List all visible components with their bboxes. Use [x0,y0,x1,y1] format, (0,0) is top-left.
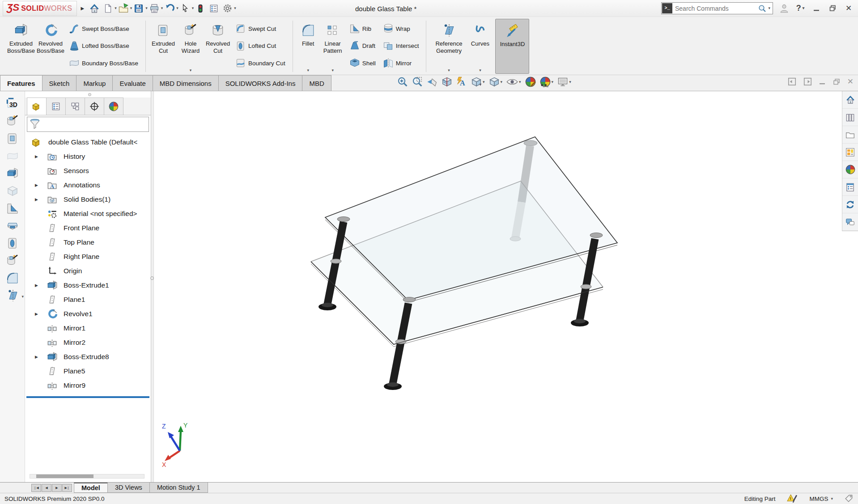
tab-mbd-dimensions[interactable]: MBD Dimensions [153,75,219,91]
search-dropdown-icon[interactable]: ▾ [766,6,772,10]
tree-item-front-plane[interactable]: Front Plane [25,221,151,235]
close-button[interactable]: ✕ [843,3,854,14]
splitter-handle[interactable] [150,276,154,280]
swept-boss-base-button[interactable]: Swept Boss/Base [67,22,140,35]
view-settings-dropdown-icon[interactable]: ▾ [569,80,571,84]
curves-dropdown-icon[interactable]: ▾ [479,68,481,72]
extruded-boss-base-button[interactable]: Extruded Boss/Base [6,19,36,74]
expand-arrow[interactable]: ▶ [35,154,38,159]
graphics-viewport[interactable]: X Y Z [154,91,858,482]
extruded-cut-button[interactable]: Extruded Cut [149,19,177,74]
tree-horizontal-scrollbar[interactable] [30,474,144,479]
fillet-button[interactable]: Fillet ▾ [297,19,320,74]
tree-item-plane1[interactable]: Plane1 [25,292,151,307]
tab-property-manager[interactable] [46,97,66,115]
tab-3d-views[interactable]: 3D Views [107,483,150,493]
appearances-scenes-icon[interactable] [842,161,858,178]
hide-show-dropdown-icon[interactable]: ▾ [519,80,521,84]
home-button[interactable] [88,2,101,15]
units-dropdown-icon[interactable]: ▾ [831,497,833,501]
display-style-icon[interactable]: ▾ [489,76,503,87]
tree-item-revolve1[interactable]: ▶Revolve1 [25,307,151,321]
menu-expand-arrow-icon[interactable]: ▶ [77,6,88,11]
user-account-icon[interactable] [778,3,790,14]
tree-item-mirror1[interactable]: Mirror1 [25,321,151,335]
tree-filter-box[interactable] [27,117,149,132]
extrude-frame-icon[interactable] [0,130,25,147]
design-library-icon[interactable] [842,109,858,126]
tree-item-history[interactable]: ▶History [25,149,151,164]
tree-item-material[interactable]: Material <not specified> [25,207,151,221]
sync-icon[interactable] [842,196,858,213]
tab-motion-study-1[interactable]: Motion Study 1 [149,483,208,493]
new-document-button[interactable] [101,2,115,15]
tab-display-manager[interactable] [104,97,123,115]
fillet-dropdown-icon[interactable]: ▾ [307,68,309,72]
view-orientation-icon[interactable]: ▾ [471,76,485,87]
sketch-3d-icon[interactable] [0,95,25,112]
glass-table-model[interactable] [154,91,858,482]
hole-wizard-dropdown-icon[interactable]: ▾ [190,68,192,72]
fillet-wedge-icon[interactable] [0,199,25,217]
hole-wizard-button[interactable]: Hole Wizard ▾ [177,19,204,74]
restore-button[interactable] [827,3,838,14]
tab-mbd[interactable]: MBD [302,75,331,91]
solidworks-logo[interactable]: ƷS SOLID WORKS [3,1,77,16]
tab-solidworks-add-ins[interactable]: SOLIDWORKS Add-Ins [218,75,303,91]
draft-button[interactable]: Draft [348,40,378,52]
tree-item-boss-extrude1[interactable]: ▶Boss-Extrude1 [25,278,151,292]
revolved-cut-button[interactable]: Revolved Cut [204,19,232,74]
hide-show-items-icon[interactable]: ▾ [506,77,521,87]
properties-list-button[interactable] [207,2,221,15]
open-button[interactable] [117,2,130,15]
undo-button[interactable] [163,2,176,15]
chamfer-icon[interactable] [0,269,25,287]
tree-item-origin[interactable]: Origin [25,264,151,278]
search-commands-box[interactable]: >_ ▾ [661,2,773,14]
expand-arrow[interactable]: ▶ [35,355,38,359]
collapse-left-pane-icon[interactable] [788,77,796,86]
view-settings-icon[interactable]: ▾ [557,77,571,87]
scroll-last-tab-button[interactable]: ▶❘ [62,484,72,492]
collapse-right-pane-icon[interactable] [803,77,812,86]
wrap-button[interactable]: Wrap [381,22,421,35]
boundary-cut-button[interactable]: Boundary Cut [234,57,287,69]
linear-pattern-dropdown-icon[interactable]: ▾ [331,68,334,72]
swept-cut-button[interactable]: Swept Cut [234,22,287,35]
tree-item-mirror9[interactable]: Mirror9 [25,378,151,393]
zoom-to-fit-icon[interactable] [397,76,408,87]
doc-close-icon[interactable]: ✕ [847,77,854,86]
search-icon[interactable] [758,4,766,13]
tab-evaluate[interactable]: Evaluate [112,75,153,91]
previous-view-icon[interactable] [427,76,437,87]
scroll-prev-tab-button[interactable]: ◀ [42,484,51,492]
rib-button[interactable]: Rib [348,22,378,35]
tree-item-annotations[interactable]: ▶AAnnotations [25,178,151,192]
lofted-cut-button[interactable]: Lofted Cut [234,40,287,52]
apply-scene-dropdown-icon[interactable]: ▾ [552,80,554,84]
tab-sketch[interactable]: Sketch [42,75,77,91]
intersect-button[interactable]: Intersect [381,40,421,52]
sheet-metal-icon[interactable] [0,217,25,234]
minimize-button[interactable] [811,3,822,14]
tree-item-solid-bodies[interactable]: ▶Solid Bodies(1) [25,192,151,207]
tree-item-sensors[interactable]: Sensors [25,164,151,178]
solidworks-resources-home-icon[interactable] [842,91,858,109]
tree-root[interactable]: double Glass Table (Default< [25,135,151,149]
help-button[interactable]: ?▾ [794,3,806,14]
instant3d-button[interactable]: Instant3D [495,19,529,74]
doc-restore-icon[interactable] [833,78,840,85]
boss-extrude-icon[interactable] [0,165,25,182]
tab-dimxpert[interactable] [85,97,104,115]
dynamic-annotation-views-icon[interactable]: A [456,76,467,87]
tree-item-right-plane[interactable]: Right Plane [25,250,151,264]
tab-feature-tree[interactable] [27,97,47,115]
tab-features[interactable]: Features [0,75,42,91]
expand-arrow[interactable]: ▶ [35,283,38,288]
view-palette-icon[interactable] [842,144,858,161]
search-commands-input[interactable] [675,5,758,12]
options-gear-button[interactable] [221,2,234,15]
expand-arrow[interactable]: ▶ [35,312,38,316]
tree-item-mirror2[interactable]: Mirror2 [25,335,151,350]
scroll-next-tab-button[interactable]: ▶ [52,484,62,492]
